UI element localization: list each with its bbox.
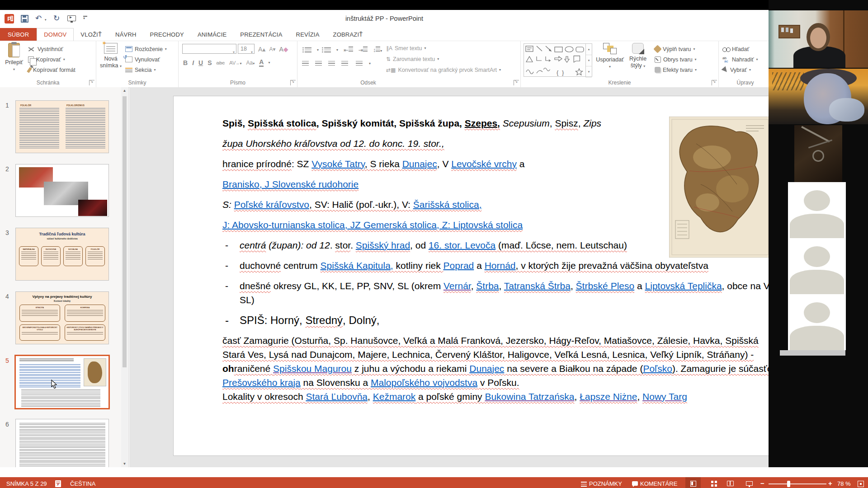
scrollbar-thumb[interactable] [123, 96, 127, 367]
font-color-button[interactable]: A [259, 58, 264, 67]
tab-view[interactable]: ZOBRAZIŤ [326, 28, 370, 41]
line-spacing-icon[interactable]: ↕▾ [373, 47, 382, 53]
section-button[interactable]: Sekcia▾ [125, 65, 156, 75]
zoom-slider-track[interactable] [769, 483, 826, 484]
shapes-gallery[interactable]: { } ▴▾▾ [524, 43, 592, 77]
hyperlink[interactable]: Hornád [485, 260, 516, 271]
avatar-placeholder[interactable] [788, 297, 846, 350]
webcam-video-3[interactable] [794, 125, 842, 182]
reset-button[interactable]: Vynulovať [125, 54, 160, 65]
hyperlink[interactable]: Poľské kráľovstvo [234, 199, 309, 210]
slide-thumbnail-2[interactable] [15, 164, 109, 217]
zoom-in-button[interactable]: + [828, 479, 832, 487]
webcam-video-1[interactable] [769, 10, 868, 68]
spellcheck-icon[interactable] [55, 480, 61, 487]
character-spacing-button[interactable]: AV↔▾ [229, 60, 242, 66]
tab-transitions[interactable]: PRECHODY [143, 28, 191, 41]
justify-icon[interactable] [341, 61, 348, 66]
hyperlink[interactable]: Malopoľského vojvodstva [371, 377, 477, 388]
italic-button[interactable]: I [192, 59, 194, 66]
paste-button[interactable]: Prilepiť ▾ [4, 43, 24, 73]
undo-icon[interactable]: ↶ [35, 14, 42, 23]
view-reading-button[interactable] [722, 477, 738, 488]
webcam-video-2[interactable] [769, 69, 868, 124]
columns-icon[interactable] [354, 61, 363, 66]
tab-review[interactable]: REVÍZIA [289, 28, 326, 41]
slide-thumbnail-6[interactable] [15, 419, 109, 467]
layout-button[interactable]: Rozloženie▾ [125, 44, 167, 54]
select-button[interactable]: Vybrať▾ [722, 65, 751, 75]
scroll-down-icon[interactable]: ▼ [121, 462, 128, 466]
slide-editor[interactable]: Spiš, Spišská stolica, Spišský komitát, … [173, 96, 813, 456]
hyperlink[interactable]: Štrbské Pleso [576, 281, 635, 291]
font-grow-shrink[interactable]: A▴A▾ A◆ [258, 44, 288, 54]
slide-thumbnail-1[interactable]: FOLKLÓR FOLKLORIZMUS [15, 100, 109, 153]
fit-to-window-icon[interactable] [858, 481, 864, 487]
undo-dropdown-caret[interactable]: ▾ [45, 18, 47, 22]
thumbnail-scrollbar[interactable]: ▲ ▼ [121, 87, 128, 467]
replace-button[interactable]: Nahradiť▾ [722, 54, 758, 65]
align-left-icon[interactable] [302, 61, 309, 66]
slide-counter[interactable]: SNÍMKA 5 Z 29 [6, 480, 47, 487]
hyperlink[interactable]: Tatranská Štrba [504, 281, 571, 291]
new-slide-button[interactable]: Nová snímka ▾ [99, 43, 123, 70]
find-button[interactable]: Hľadať [722, 44, 749, 54]
arrange-button[interactable]: Usporiadať ▾ [596, 43, 624, 70]
hyperlink[interactable]: Branisko, J Slovenské rudohorie [222, 179, 359, 189]
view-normal-button[interactable] [685, 477, 701, 488]
hyperlink[interactable]: J: Abovsko-turnianska stolica, JZ Gemers… [222, 220, 523, 230]
hyperlink[interactable]: Štrba [476, 281, 499, 291]
convert-smartart-button[interactable]: ⇄▦ Konvertovať na grafický prvok SmartAr… [386, 65, 501, 75]
copy-button[interactable]: Kopírovať▾ [28, 54, 65, 65]
format-painter-button[interactable]: Kopírovať formát [28, 65, 75, 75]
hyperlink[interactable]: Poľsko [643, 363, 672, 374]
hyperlink[interactable]: Dunajec [469, 363, 504, 374]
hyperlink[interactable]: Spišský hrad [356, 240, 410, 250]
slide-paragraph[interactable]: -SPIŠ: Horný, Stredný, Dolný, [222, 313, 783, 327]
view-slideshow-button[interactable] [741, 477, 757, 488]
quick-access-toolbar-more-icon[interactable] [83, 16, 88, 21]
text-direction-button[interactable]: ∥A Smer textu▾ [386, 43, 426, 53]
tab-home[interactable]: DOMOV [37, 28, 74, 41]
hyperlink[interactable]: Spišská Kapitula, [321, 260, 393, 271]
hyperlink[interactable]: Spišskou Magurou [273, 363, 352, 374]
cut-button[interactable]: Vystrihnúť [28, 44, 63, 54]
zoom-slider-thumb[interactable] [787, 481, 790, 487]
underline-button[interactable]: U [198, 59, 203, 66]
hyperlink[interactable]: Stará Ľubovňa [306, 391, 368, 402]
tab-design[interactable]: NÁVRH [108, 28, 143, 41]
view-sorter-button[interactable] [703, 477, 719, 488]
clipboard-dialog-launcher-icon[interactable] [89, 80, 94, 85]
font-name-combo[interactable]: ▾ [182, 44, 236, 54]
comments-toggle[interactable]: KOMENTÁRE [632, 480, 677, 487]
shape-effects-button[interactable]: Efekty tvaru▾ [655, 65, 697, 75]
language-indicator[interactable]: ČEŠTINA [70, 480, 95, 487]
save-icon[interactable] [21, 15, 28, 23]
hyperlink[interactable]: Kežmarok [373, 391, 416, 402]
hyperlink[interactable]: Nowy Targ [642, 391, 687, 402]
strikethrough-button[interactable]: abc [216, 60, 225, 66]
paragraph-dialog-launcher-icon[interactable] [514, 80, 519, 85]
font-size-combo[interactable]: 18▾ [238, 44, 255, 54]
slide-paragraph[interactable]: časť Zamagurie (Osturňa, Sp. Hanušovce, … [222, 333, 783, 389]
numbering-icon[interactable] [324, 47, 331, 53]
align-center-icon[interactable] [315, 61, 322, 66]
slide-thumbnail-4[interactable]: Vplyvy na prejavy tradičnej kultúry Kont… [15, 291, 109, 344]
hyperlink[interactable]: Liptovská Teplička [645, 281, 722, 291]
drawing-dialog-launcher-icon[interactable] [712, 80, 717, 85]
avatar-placeholder[interactable] [788, 241, 846, 294]
bold-button[interactable]: B [183, 59, 188, 66]
slide-paragraph[interactable]: -duchovné centrum Spišská Kapitula, kotl… [222, 258, 783, 272]
hyperlink[interactable]: Dunajec [402, 159, 437, 169]
hyperlink[interactable]: Prešovského kraja [222, 377, 301, 388]
hyperlink[interactable]: Poprad [443, 260, 474, 271]
avatar-placeholder[interactable] [788, 185, 846, 238]
hyperlink[interactable]: Šarišská stolica, [413, 199, 482, 210]
start-slideshow-icon[interactable] [67, 15, 76, 21]
hyperlink[interactable]: Vysoké Tatry [311, 159, 365, 169]
text-shadow-button[interactable]: S [208, 59, 212, 66]
hyperlink[interactable]: Levočské vrchy [451, 159, 517, 169]
increase-indent-icon[interactable]: ⇥ [359, 47, 368, 53]
shape-outline-button[interactable]: Obrys tvaru▾ [655, 54, 697, 65]
shapes-gallery-scrollbar[interactable]: ▴▾▾ [585, 44, 592, 77]
